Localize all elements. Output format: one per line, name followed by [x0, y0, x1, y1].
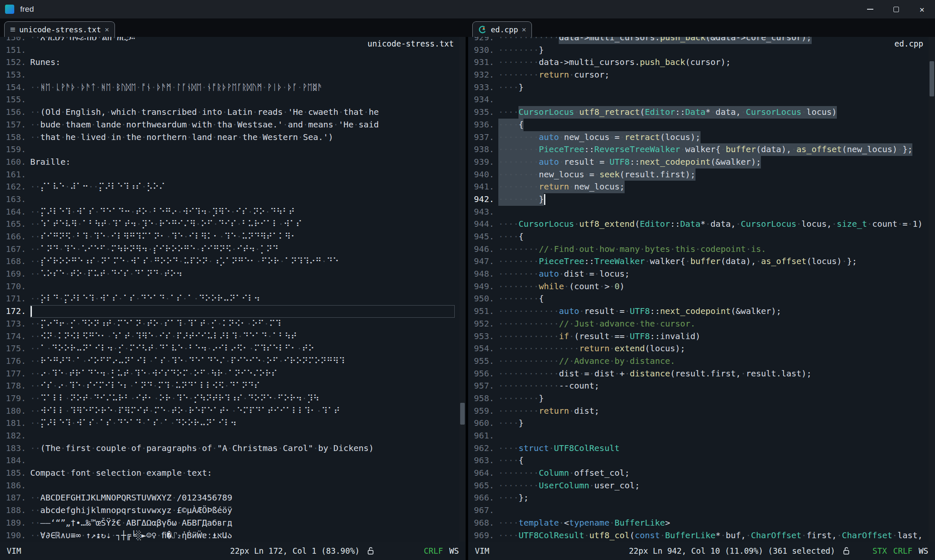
- editor-line-190[interactable]: 190.··∀∂∈ℝ∧∪≡∞·↑↗↨↻⇣·┐┼╔╘░►☺♀·ﬁ�⑀₂ἠḂӥẄɐː…: [4, 529, 466, 542]
- editor-line-185[interactable]: 185.Compact·font·selection·example·text:: [4, 467, 466, 480]
- editor-line-160[interactable]: 160.Braille:: [4, 156, 466, 169]
- editor-line-941[interactable]: 941.········return·new_locus;: [472, 181, 935, 193]
- editor-line-169[interactable]: 169.··⠡⠕⠎⠑·⠞⠕·⠏⠥⠞·⠙⠊⠎·⠙⠁⠝⠙·⠞⠕⠲: [4, 268, 466, 280]
- whitespace-dot: ·: [508, 256, 513, 266]
- editor-line-952[interactable]: 952.············//·Just·advance·the·curs…: [472, 318, 935, 330]
- editor-line-940[interactable]: 940.········new_locus·=·seek(result.firs…: [472, 169, 935, 181]
- editor-line-963[interactable]: 963.····{: [472, 454, 935, 467]
- editor-line-939[interactable]: 939.········auto·result·=·UTF8::next_cod…: [472, 156, 935, 169]
- editor-line-175[interactable]: 175.··⠁·⠙⠕⠕⠗⠤⠝⠁⠊⠇⠲·⡊·⠍⠊⠣⠞·⠙⠁⠧⠑·⠃⠑⠲·⠔⠊⠇⠔⠫…: [4, 342, 466, 355]
- editor-line-186[interactable]: 186.: [4, 480, 466, 492]
- editor-line-184[interactable]: 184.: [4, 454, 466, 467]
- editor-line-954[interactable]: 954.················return·extend(locus)…: [472, 342, 935, 355]
- editor-line-176[interactable]: 176.··⠗⠑⠛⠜⠙·⠁·⠊⠕⠋⠋⠔⠤⠝⠁⠊⠇·⠁⠎·⠹⠑·⠙⠑⠁⠙⠑⠌·⠏⠊…: [4, 355, 466, 368]
- editor-line-965[interactable]: 965.········UserColumn·user_col;: [472, 480, 935, 492]
- editor-line-932[interactable]: 932.········return·cursor;: [472, 69, 935, 81]
- editor-line-161[interactable]: 161.: [4, 169, 466, 181]
- editor-line-962[interactable]: 962.····struct·UTF8ColResult: [472, 442, 935, 455]
- editor-line-181[interactable]: 181.··⡍⠜⠇⠑⠹·⠺⠁⠎·⠁⠎·⠙⠑⠁⠙·⠁⠎·⠁·⠙⠕⠕⠗⠤⠝⠁⠊⠇⠲: [4, 417, 466, 430]
- editor-line-152[interactable]: 152.Runes:: [4, 56, 466, 69]
- editor-line-950[interactable]: 950.········{: [472, 293, 935, 305]
- editor-line-153[interactable]: 153.: [4, 69, 466, 81]
- editor-line-157[interactable]: 157.··bude·thaem·lande·northweardum·with…: [4, 119, 466, 131]
- editor-line-947[interactable]: 947.········PieceTree::TreeWalker·walker…: [472, 255, 935, 268]
- editor-line-170[interactable]: 170.: [4, 280, 466, 293]
- editor-line-966[interactable]: 966.····};: [472, 492, 935, 504]
- editor-line-177[interactable]: 177.··⠔·⠹⠑·⠞⠗⠁⠙⠑⠲·⡃⠥⠞·⠹⠑·⠺⠊⠎⠙⠕⠍·⠕⠋·⠳⠗·⠁⠝…: [4, 368, 466, 380]
- editor-line-955[interactable]: 955.············//·Advance·by·distance.: [472, 355, 935, 368]
- editor-line-154[interactable]: 154.··ᚻᛖ·ᚳᚹᚫᚦ·ᚦᚫᛏ·ᚻᛖ·ᛒᚢᛞᛖ·ᚩᚾ·ᚦᚫᛗ·ᛚᚪᚾᛞᛖ·ᚾ…: [4, 81, 466, 94]
- editor-line-942[interactable]: 942.········}: [472, 193, 935, 206]
- editor-line-934[interactable]: 934.: [472, 93, 935, 106]
- scrollbar-right[interactable]: [929, 37, 935, 542]
- editor-line-172[interactable]: 172.: [4, 305, 466, 318]
- editor-line-933[interactable]: 933.····}: [472, 81, 935, 94]
- scrollbar-thumb[interactable]: [930, 61, 934, 96]
- editor-line-166[interactable]: 166.··⠎⠊⠛⠝⠫·⠃⠹·⠹⠑·⠊⠇⠻⠛⠹⠍⠁⠝⠂·⠹⠑·⠊⠇⠻⠅⠂·⠹⠑·…: [4, 231, 466, 243]
- scrollbar-left[interactable]: [459, 37, 466, 542]
- editor-line-162[interactable]: 162.··⡌⠁⠧⠑·⠼⠁⠒··⡍⠜⠇⠑⠹⠰⠎·⡣⠕⠌: [4, 181, 466, 193]
- editor-line-949[interactable]: 949.········while·(count·>·0): [472, 280, 935, 293]
- tab-close-icon[interactable]: ✕: [522, 25, 526, 34]
- editor-line-183[interactable]: 183.··(The·first·couple·of·paragraphs·of…: [4, 442, 466, 455]
- editor-line-165[interactable]: 165.··⠱⠁⠞⠑⠧⠻·⠁⠃⠳⠞·⠹⠁⠞⠲·⡹⠑·⠗⠑⠛⠊⠌⠻·⠕⠋·⠙⠊⠎·…: [4, 218, 466, 231]
- editor-line-158[interactable]: 158.··that·he·lived·in·the·northern·land…: [4, 131, 466, 144]
- editor-line-936[interactable]: 936.····{: [472, 119, 935, 131]
- whitespace-dot: ·: [837, 530, 842, 540]
- minimize-button[interactable]: [857, 0, 883, 18]
- editor-line-173[interactable]: 173.··⡍⠔⠙⠖·⡊·⠙⠕⠝⠰⠞·⠍⠑⠁⠝·⠞⠕·⠎⠁⠹·⠹⠁⠞·⡊·⠅⠝⠪…: [4, 318, 466, 330]
- editor-line-951[interactable]: 951.············auto·result·=·UTF8::next…: [472, 305, 935, 318]
- editor-line-930[interactable]: 930.········}: [472, 44, 935, 57]
- editor-line-959[interactable]: 959.········return·dist;: [472, 405, 935, 417]
- editor-line-163[interactable]: 163.: [4, 193, 466, 206]
- editor-line-174[interactable]: 174.··⠪⠝·⠅⠝⠪⠇⠫⠛⠑⠂·⠱⠁⠞·⠹⠻⠑·⠊⠎·⠏⠜⠞⠊⠊⠥⠇⠜⠇⠹·…: [4, 330, 466, 343]
- editor-line-945[interactable]: 945.····{: [472, 231, 935, 243]
- editor-pane-left[interactable]: unicode-stress.txt 150.··እግርህን·በፍራሽህ·ልክ·…: [0, 37, 466, 542]
- editor-line-931[interactable]: 931.········data->multi_cursors.push_bac…: [472, 56, 935, 69]
- titlebar[interactable]: fred ✕: [0, 0, 935, 18]
- editor-line-953[interactable]: 953.············if·(result·==·UTF8::inva…: [472, 330, 935, 343]
- editor-line-946[interactable]: 946.········//·Find·out·how·many·bytes·t…: [472, 243, 935, 256]
- editor-line-935[interactable]: 935.····CursorLocus·utf8_retract(Editor:…: [472, 106, 935, 119]
- editor-line-179[interactable]: 179.··⠩⠁⠇⠇·⠝⠕⠞·⠙⠊⠌⠥⠗⠃·⠊⠞⠂·⠕⠗·⠹⠑·⡊⠳⠝⠞⠗⠹⠰⠎…: [4, 392, 466, 405]
- editor-line-943[interactable]: 943.: [472, 206, 935, 218]
- editor-line-189[interactable]: 189.··–—‘“”„†•…‰™œŠŸž€·ΑΒΓΔΩαβγδω·АБВГДа…: [4, 517, 466, 529]
- editor-line-188[interactable]: 188.··abcdefghijklmnopqrstuvwxyz·£©µÀÆÖÞ…: [4, 504, 466, 517]
- editor-line-956[interactable]: 956.············dist·=·dist·+·distance(r…: [472, 368, 935, 380]
- editor-line-155[interactable]: 155.: [4, 93, 466, 106]
- editor-line-178[interactable]: 178.··⠊⠎·⠔·⠹⠑·⠎⠊⠍⠊⠇⠑⠆·⠁⠝⠙·⠍⠹·⠥⠝⠙⠁⠇⠇⠪⠫·⠙⠁…: [4, 380, 466, 392]
- editor-line-171[interactable]: 171.··⡕⠇⠙·⡍⠜⠇⠑⠹·⠺⠁⠎·⠁⠎·⠙⠑⠁⠙·⠁⠎·⠁·⠙⠕⠕⠗⠤⠝⠁…: [4, 293, 466, 305]
- editor-line-968[interactable]: 968.····template·<typename·BufferLike>: [472, 517, 935, 529]
- editor-line-164[interactable]: 164.··⡍⠜⠇⠑⠹·⠺⠁⠎·⠙⠑⠁⠙⠒·⠞⠕·⠃⠑⠛⠔·⠺⠊⠹⠲·⡹⠻⠑·⠊…: [4, 206, 466, 218]
- editor-line-937[interactable]: 937.········auto·new_locus·=·retract(loc…: [472, 131, 935, 144]
- editor-line-938[interactable]: 938.········PieceTree::ReverseTreeWalker…: [472, 143, 935, 156]
- editor-line-159[interactable]: 159.: [4, 143, 466, 156]
- tab-unicode-stress-txt[interactable]: ≡ unicode-stress.txt ✕: [4, 21, 115, 37]
- editor-line-929[interactable]: 929.············data->multi_cursors.push…: [472, 37, 935, 44]
- editor-line-969[interactable]: 969.····UTF8ColResult·utf8_col(const·Buf…: [472, 529, 935, 542]
- editor-line-156[interactable]: 156.··(Old·English,·which·transcribed·in…: [4, 106, 466, 119]
- editor-line-964[interactable]: 964.········Column·offset_col;: [472, 467, 935, 480]
- tab-close-icon[interactable]: ✕: [105, 25, 109, 34]
- scrollbar-thumb[interactable]: [460, 403, 465, 425]
- editor-line-960[interactable]: 960.····}: [472, 417, 935, 430]
- editor-line-167[interactable]: 167.··⠁⠝⠙·⠹⠑·⠡⠊⠑⠋·⠍⠳⠗⠝⠻⠲·⡎⠊⠗⠕⠕⠛⠑·⠎⠊⠛⠝⠫·⠊…: [4, 243, 466, 256]
- editor-pane-right[interactable]: ed.cpp 929.············data->multi_curso…: [468, 37, 935, 542]
- unlock-icon[interactable]: [843, 547, 850, 555]
- editor-line-967[interactable]: 967.: [472, 504, 935, 517]
- editor-line-957[interactable]: 957.············--count;: [472, 380, 935, 392]
- editor-line-948[interactable]: 948.········auto·dist·=·locus;: [472, 268, 935, 280]
- editor-line-182[interactable]: 182.: [4, 430, 466, 442]
- whitespace-dot: ·: [574, 107, 579, 117]
- editor-line-958[interactable]: 958.········}: [472, 392, 935, 405]
- tab-ed-cpp[interactable]: ed.cpp ✕: [472, 21, 532, 37]
- editor-line-168[interactable]: 168.··⡎⠊⠗⠕⠕⠛⠑⠰⠎·⠝⠁⠍⠑·⠺⠁⠎·⠛⠕⠕⠙·⠥⠏⠕⠝·⠰⡡⠁⠝⠛…: [4, 255, 466, 268]
- editor-line-944[interactable]: 944.····CursorLocus·utf8_extend(Editor::…: [472, 218, 935, 231]
- editor-line-180[interactable]: 180.··⠺⠊⠇⠇·⠹⠻⠑⠋⠕⠗⠑·⠏⠻⠍⠊⠞·⠍⠑·⠞⠕·⠗⠑⠏⠑⠁⠞⠂·⠑…: [4, 405, 466, 417]
- maximize-button[interactable]: [883, 0, 909, 18]
- editor-line-961[interactable]: 961.: [472, 430, 935, 442]
- close-button[interactable]: ✕: [909, 0, 935, 18]
- editor-line-187[interactable]: 187.··ABCDEFGHIJKLMNOPQRSTUVWXYZ·/012345…: [4, 492, 466, 504]
- unlock-icon[interactable]: [367, 547, 374, 555]
- whitespace-dot: ·: [907, 219, 912, 229]
